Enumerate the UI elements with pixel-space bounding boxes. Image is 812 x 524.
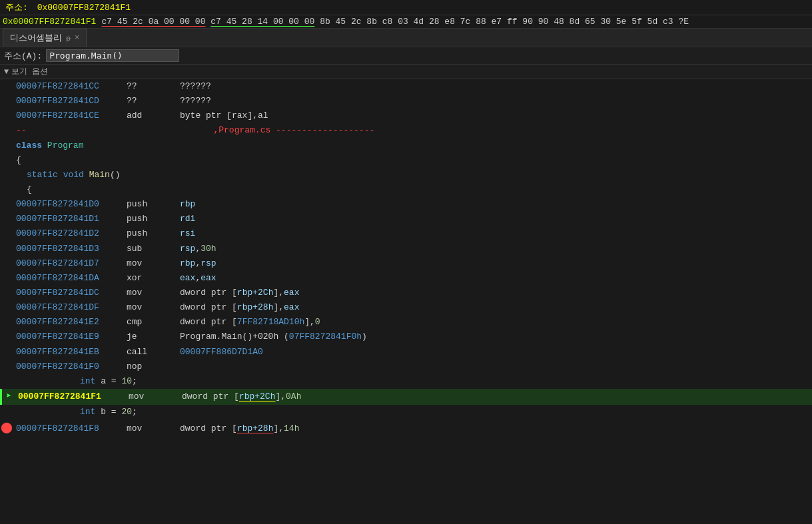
addr-ce: 00007FF8272841CE bbox=[13, 109, 127, 123]
mnem-e9: je bbox=[127, 330, 180, 344]
asm-row-d7: 00007FF8272841D7 mov rbp,rsp bbox=[0, 256, 812, 271]
address-label: 주소: bbox=[5, 3, 28, 13]
asm-row-d0: 00007FF8272841D0 push rbp bbox=[0, 197, 812, 212]
asm-row-e2: 00007FF8272841E2 cmp dword ptr [7FF82718… bbox=[0, 315, 812, 330]
ops-dc: dword ptr [rbp+2Ch],eax bbox=[180, 286, 812, 300]
ops-df: dword ptr [rbp+28h],eax bbox=[180, 301, 812, 314]
addr-da: 00007FF8272841DA bbox=[13, 272, 127, 285]
source-method-decl: static void Main() bbox=[0, 168, 812, 182]
asm-row-d2: 00007FF8272841D2 push rsi bbox=[0, 226, 812, 241]
addr-dc: 00007FF8272841DC bbox=[13, 286, 127, 300]
asm-row-f1-current: ➤ 00007FF8272841F1 mov dword ptr [rbp+2C… bbox=[0, 389, 812, 405]
addr-df: 00007FF8272841DF bbox=[13, 301, 127, 314]
pin-icon: ᵽ bbox=[66, 34, 71, 43]
mnem-da: xor bbox=[127, 272, 180, 285]
asm-row-cc: 00007FF8272841CC ?? ?????? bbox=[0, 79, 812, 94]
view-options-toggle[interactable]: ▼ bbox=[4, 67, 9, 77]
ops-e9: Program.Main()+020h (07FF8272841F0h) bbox=[180, 330, 812, 344]
addr-d7: 00007FF8272841D7 bbox=[13, 257, 127, 270]
address-value: 0x00007FF8272841F1 bbox=[37, 3, 131, 13]
arrow-f8: ⬤ bbox=[0, 420, 13, 437]
disassembly-area: 00007FF8272841CC ?? ?????? 00007FF827284… bbox=[0, 79, 812, 523]
addr-d3: 00007FF8272841D3 bbox=[13, 242, 127, 256]
view-options-label: 보기 옵션 bbox=[11, 66, 48, 77]
ops-f1: dword ptr [rbp+2Ch],0Ah bbox=[182, 390, 812, 403]
asm-row-f8-next: ⬤ 00007FF8272841F8 mov dword ptr [rbp+28… bbox=[0, 419, 812, 437]
addr-eb: 00007FF8272841EB bbox=[13, 346, 127, 359]
source-int-b: int b = 20; bbox=[0, 405, 812, 419]
mnem-d2: push bbox=[127, 227, 180, 240]
mnem-f1: mov bbox=[129, 390, 182, 403]
mnem-d1: push bbox=[127, 212, 180, 226]
mnem-d0: push bbox=[127, 198, 180, 211]
address-input-bar: 주소(A): bbox=[0, 47, 812, 65]
asm-row-da: 00007FF8272841DA xor eax,eax bbox=[0, 271, 812, 286]
addr-e9: 00007FF8272841E9 bbox=[13, 330, 127, 344]
ops-d2: rsi bbox=[180, 227, 812, 240]
tab-bar: 디스어셈블리 ᵽ × bbox=[0, 29, 812, 47]
source-int-a: int a = 10; bbox=[0, 374, 812, 389]
mnem-eb: call bbox=[127, 346, 180, 359]
addr-f8: 00007FF8272841F8 bbox=[13, 422, 127, 435]
mnem-cd: ?? bbox=[127, 95, 180, 108]
source-class-text: class Program bbox=[13, 139, 83, 152]
ops-e2: dword ptr [7FF82718AD10h],0 bbox=[180, 316, 812, 329]
asm-row-cd: 00007FF8272841CD ?? ?????? bbox=[0, 94, 812, 109]
source-brace-open: { bbox=[13, 154, 21, 167]
source-int-a-text: int a = 10; bbox=[13, 375, 137, 388]
addr-cd: 00007FF8272841CD bbox=[13, 95, 127, 108]
addr-d2: 00007FF8272841D2 bbox=[13, 227, 127, 240]
ops-da: eax,eax bbox=[180, 272, 812, 285]
source-open-brace: { bbox=[0, 153, 812, 168]
source-int-b-text: int b = 20; bbox=[13, 405, 137, 419]
source-method-brace: { bbox=[0, 182, 812, 197]
asm-row-d3: 00007FF8272841D3 sub rsp,30h bbox=[0, 242, 812, 256]
ops-d7: rbp,rsp bbox=[180, 257, 812, 270]
mnem-f0: nop bbox=[127, 360, 180, 374]
address-input[interactable] bbox=[46, 49, 179, 62]
mnem-df: mov bbox=[127, 301, 180, 314]
mnem-dc: mov bbox=[127, 286, 180, 300]
mnem-ce: add bbox=[127, 109, 180, 123]
mnem-d3: sub bbox=[127, 242, 180, 256]
address-bar: 주소: 0x00007FF8272841F1 bbox=[0, 0, 812, 15]
arrow-f1: ➤ bbox=[2, 390, 15, 404]
hex-bytes-group1: c7 45 2c 0a 00 00 00 c7 45 28 14 00 00 0… bbox=[101, 17, 689, 27]
asm-row-df: 00007FF8272841DF mov dword ptr [rbp+28h]… bbox=[0, 300, 812, 315]
ops-d0: rbp bbox=[180, 198, 812, 211]
hex-bar: 0x00007FF8272841F1 c7 45 2c 0a 00 00 00 … bbox=[0, 15, 812, 29]
asm-row-d1: 00007FF8272841D1 push rdi bbox=[0, 212, 812, 226]
mnem-e2: cmp bbox=[127, 316, 180, 329]
view-options-bar: ▼ 보기 옵션 bbox=[0, 65, 812, 79]
source-comment-row: -- ,Program.cs ------------------- bbox=[0, 123, 812, 138]
hex-bar-address: 0x00007FF8272841F1 bbox=[3, 17, 96, 27]
addr-input-label: 주소(A): bbox=[4, 50, 42, 62]
mnem-d7: mov bbox=[127, 257, 180, 270]
ops-d3: rsp,30h bbox=[180, 242, 812, 256]
tab-label: 디스어셈블리 bbox=[10, 32, 62, 44]
asm-row-ce: 00007FF8272841CE add byte ptr [rax],al bbox=[0, 109, 812, 123]
addr-f0: 00007FF8272841F0 bbox=[13, 360, 127, 374]
disasm-tab[interactable]: 디스어셈블리 ᵽ × bbox=[3, 29, 87, 47]
source-class-program: class Program bbox=[0, 138, 812, 153]
source-comment-text: -- ,Program.cs ------------------- bbox=[13, 124, 374, 137]
asm-row-dc: 00007FF8272841DC mov dword ptr [rbp+2Ch]… bbox=[0, 286, 812, 300]
asm-row-f0: 00007FF8272841F0 nop bbox=[0, 360, 812, 374]
ops-d1: rdi bbox=[180, 212, 812, 226]
ops-f8: dword ptr [rbp+28h],14h bbox=[180, 422, 812, 435]
source-method-brace-open: { bbox=[13, 183, 32, 196]
ops-cd: ?????? bbox=[180, 95, 812, 108]
addr-cc: 00007FF8272841CC bbox=[13, 80, 127, 93]
mnem-cc: ?? bbox=[127, 80, 180, 93]
addr-d1: 00007FF8272841D1 bbox=[13, 212, 127, 226]
mnem-f8: mov bbox=[127, 422, 180, 435]
addr-e2: 00007FF8272841E2 bbox=[13, 316, 127, 329]
ops-cc: ?????? bbox=[180, 80, 812, 93]
addr-d0: 00007FF8272841D0 bbox=[13, 198, 127, 211]
ops-eb: 00007FF886D7D1A0 bbox=[180, 346, 812, 359]
close-icon[interactable]: × bbox=[75, 33, 79, 43]
asm-row-eb: 00007FF8272841EB call 00007FF886D7D1A0 bbox=[0, 345, 812, 360]
ops-ce: byte ptr [rax],al bbox=[180, 109, 812, 123]
asm-row-e9: 00007FF8272841E9 je Program.Main()+020h … bbox=[0, 330, 812, 344]
addr-f1: 00007FF8272841F1 bbox=[15, 390, 129, 403]
